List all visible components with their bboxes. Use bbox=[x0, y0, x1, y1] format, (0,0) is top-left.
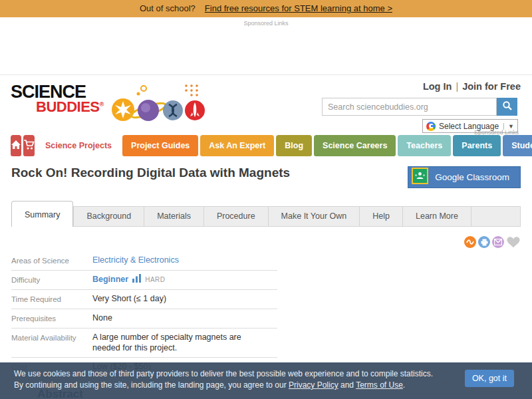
difficulty-bars-icon bbox=[132, 275, 142, 285]
tab-materials[interactable]: Materials bbox=[144, 206, 204, 227]
google-translate-icon bbox=[426, 122, 436, 131]
ad-placeholder bbox=[0, 27, 532, 74]
cookie-banner: We use cookies and those of third party … bbox=[0, 362, 532, 399]
time-required-value: Very Short (≤ 1 day) bbox=[92, 293, 267, 305]
google-classroom-icon bbox=[412, 168, 428, 187]
promo-link[interactable]: Find free resources for STEM learning at… bbox=[205, 3, 392, 13]
science-buddies-logo[interactable]: SCIENCE BUDDIES® bbox=[11, 83, 207, 130]
share-toolbar bbox=[464, 235, 521, 249]
cookie-accept-button[interactable]: OK, got it bbox=[465, 370, 514, 387]
nav-teachers[interactable]: Teachers bbox=[398, 135, 451, 156]
nav-students[interactable]: Students bbox=[503, 135, 532, 156]
classroom-share-icon[interactable] bbox=[464, 236, 476, 248]
log-in-link[interactable]: Log In bbox=[423, 81, 452, 92]
table-row: Material Availability A large number of … bbox=[11, 329, 277, 358]
join-for-free-link[interactable]: Join for Free bbox=[462, 81, 521, 92]
home-button[interactable] bbox=[11, 135, 21, 156]
material-availability-value: A large number of specialty magnets are … bbox=[92, 332, 267, 353]
logo-text-buddies: BUDDIES bbox=[36, 98, 100, 115]
chevron-down-icon: ▼ bbox=[503, 123, 514, 130]
google-classroom-label: Google Classroom bbox=[435, 172, 520, 182]
favorite-heart-icon[interactable] bbox=[506, 235, 521, 249]
tab-bar: Summary Background Materials Procedure M… bbox=[11, 201, 521, 227]
areas-of-science-link[interactable]: Electricity & Electronics bbox=[92, 255, 179, 265]
cart-icon bbox=[23, 140, 35, 152]
promo-text: Out of school? bbox=[140, 3, 196, 13]
search-button[interactable] bbox=[497, 98, 517, 116]
site-header: SCIENCE BUDDIES® bbox=[0, 74, 532, 134]
home-icon bbox=[11, 140, 21, 152]
terms-of-use-link[interactable]: Terms of Use bbox=[356, 380, 403, 390]
cart-button[interactable] bbox=[23, 135, 35, 156]
registered-mark: ® bbox=[100, 101, 104, 108]
auth-links: Log In|Join for Free bbox=[423, 81, 521, 92]
nav-science-careers[interactable]: Science Careers bbox=[314, 135, 396, 156]
table-row: Difficulty BeginnerHARD bbox=[11, 271, 277, 290]
privacy-policy-link[interactable]: Privacy Policy bbox=[289, 380, 338, 390]
main-nav: Science Projects Project Guides Ask An E… bbox=[11, 135, 521, 156]
tab-make-it-your-own[interactable]: Make It Your Own bbox=[269, 206, 360, 227]
tab-procedure[interactable]: Procedure bbox=[204, 206, 269, 227]
prerequisites-value: None bbox=[92, 313, 267, 324]
tab-summary[interactable]: Summary bbox=[11, 201, 73, 227]
promo-banner: Out of school?Find free resources for ST… bbox=[0, 0, 532, 17]
nav-project-guides[interactable]: Project Guides bbox=[122, 135, 198, 156]
cookie-line2: By continuing and using the site, includ… bbox=[14, 380, 440, 391]
table-row: Time Required Very Short (≤ 1 day) bbox=[11, 290, 277, 309]
search-input[interactable] bbox=[322, 98, 497, 116]
print-icon[interactable] bbox=[478, 236, 490, 248]
table-row: Prerequisites None bbox=[11, 309, 277, 329]
search-icon bbox=[502, 100, 513, 113]
tab-bar-filler bbox=[471, 206, 521, 227]
site-search bbox=[322, 98, 517, 116]
nav-ask-an-expert[interactable]: Ask An Expert bbox=[200, 135, 274, 156]
cookie-line1: We use cookies and those of third party … bbox=[14, 368, 440, 380]
difficulty-hard-label: HARD bbox=[145, 276, 165, 283]
page-title: Rock On! Recording Digital Data with Mag… bbox=[11, 166, 290, 180]
nav-blog[interactable]: Blog bbox=[276, 135, 312, 156]
sponsored-links-label: Sponsored Links bbox=[0, 20, 532, 27]
email-icon[interactable] bbox=[492, 236, 504, 248]
nav-parents[interactable]: Parents bbox=[453, 135, 501, 156]
project-summary-table: Areas of Science Electricity & Electroni… bbox=[11, 251, 277, 377]
google-classroom-button[interactable]: Google Classroom bbox=[408, 166, 521, 188]
tab-background[interactable]: Background bbox=[73, 206, 144, 227]
nav-science-projects[interactable]: Science Projects bbox=[37, 135, 120, 156]
table-row: Areas of Science Electricity & Electroni… bbox=[11, 251, 277, 271]
difficulty-link[interactable]: Beginner bbox=[92, 275, 128, 284]
logo-art-icons bbox=[106, 83, 207, 130]
tab-learn-more[interactable]: Learn More bbox=[403, 206, 471, 227]
tab-help[interactable]: Help bbox=[360, 206, 403, 227]
